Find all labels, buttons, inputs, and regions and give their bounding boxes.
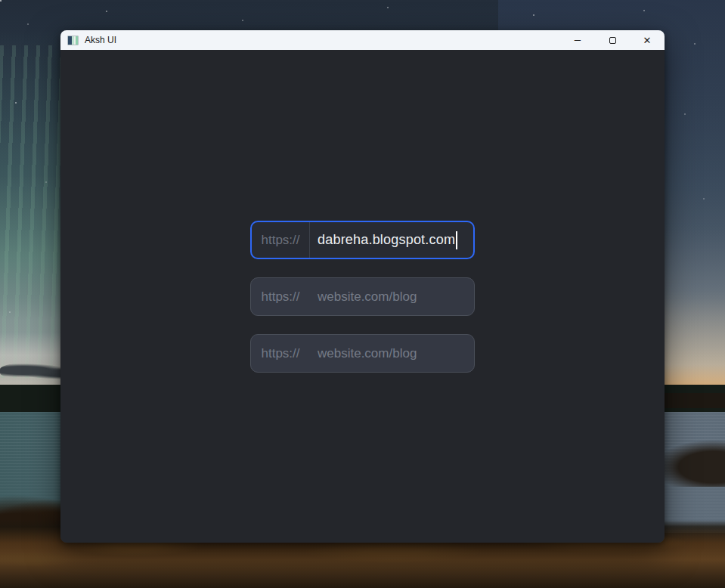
window-titlebar[interactable]: Aksh UI – ✕ [60,30,665,50]
url-fields-stack: https:// dabreha.blogspot.com https:// h… [250,221,475,373]
url-value-1: dabreha.blogspot.com [318,232,455,248]
wallpaper-stars [0,0,2,2]
url-input-2[interactable] [310,278,475,315]
wallpaper-rock-right [661,437,725,487]
url-field-group-1: https:// dabreha.blogspot.com [250,221,475,259]
maximize-button[interactable] [595,30,630,50]
url-prefix-1: https:// [252,222,309,258]
minimize-icon: – [575,33,581,45]
url-prefix-3: https:// [251,335,310,372]
close-icon: ✕ [643,36,652,45]
close-button[interactable]: ✕ [630,30,665,50]
maximize-icon [609,37,616,44]
app-icon [67,36,79,45]
url-input-1[interactable]: dabreha.blogspot.com [310,222,473,258]
url-field-group-3: https:// [250,334,475,373]
url-field-group-2: https:// [250,277,475,316]
window-title: Aksh UI [85,35,116,45]
url-prefix-2: https:// [251,278,310,315]
text-caret [456,231,457,249]
url-input-3[interactable] [310,335,475,372]
minimize-button[interactable]: – [560,30,595,50]
window-content: https:// dabreha.blogspot.com https:// h… [60,50,665,543]
app-window: Aksh UI – ✕ https:// dabreha. [60,30,665,543]
desktop-wallpaper: Aksh UI – ✕ https:// dabreha. [0,0,725,588]
window-controls: – ✕ [560,30,665,50]
